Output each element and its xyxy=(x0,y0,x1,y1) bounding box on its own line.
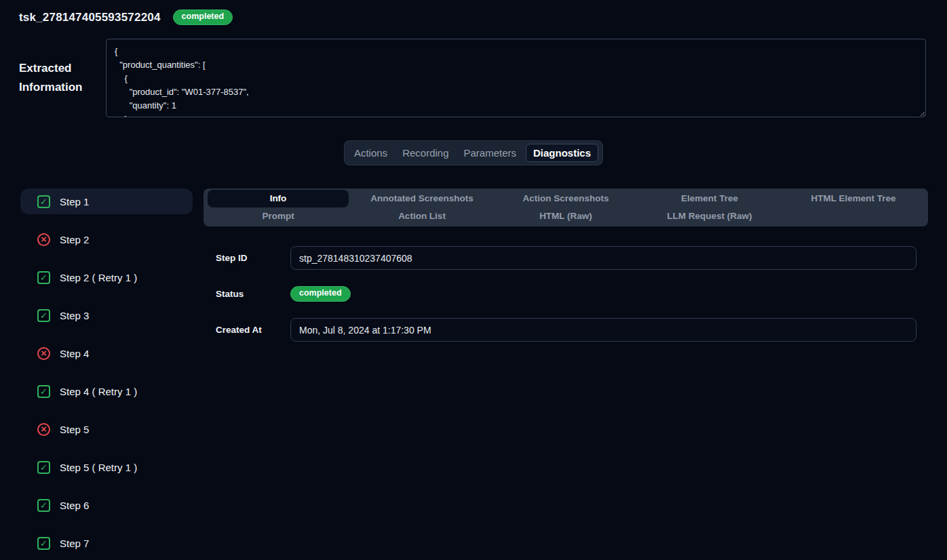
header: tsk_278147405593572204 completed xyxy=(0,0,947,26)
step-label: Step 7 xyxy=(60,538,89,549)
step-6[interactable]: Step 6 xyxy=(20,492,193,518)
step-2[interactable]: Step 2 xyxy=(20,226,193,252)
step-label: Step 1 xyxy=(60,196,89,207)
check-icon xyxy=(37,309,50,322)
step-label: Step 4 xyxy=(60,348,89,359)
check-icon xyxy=(37,499,50,512)
subtab-html-raw[interactable]: HTML (Raw) xyxy=(495,207,636,225)
subtab-info[interactable]: Info xyxy=(208,190,349,207)
tab-parameters[interactable]: Parameters xyxy=(459,144,522,162)
extracted-information-section: Extracted Information { "product_quantit… xyxy=(0,39,947,117)
step-info-fields: Step ID Status completed Created At xyxy=(204,246,928,342)
step-5-retry-1[interactable]: Step 5 ( Retry 1 ) xyxy=(20,454,193,480)
subtab-html-element-tree[interactable]: HTML Element Tree xyxy=(783,190,924,207)
diagnostics-panel: Info Annotated Screenshots Action Screen… xyxy=(204,188,928,354)
step-label: Step 5 ( Retry 1 ) xyxy=(60,462,137,473)
check-icon xyxy=(37,195,50,208)
step-label: Step 3 xyxy=(60,310,89,321)
x-icon xyxy=(37,347,50,360)
tab-recording[interactable]: Recording xyxy=(397,144,454,162)
step-label: Step 2 ( Retry 1 ) xyxy=(60,272,137,283)
step-4[interactable]: Step 4 xyxy=(20,340,193,366)
step-3[interactable]: Step 3 xyxy=(20,302,193,328)
subtab-llm-request-raw[interactable]: LLM Request (Raw) xyxy=(639,207,780,225)
step-2-retry-1[interactable]: Step 2 ( Retry 1 ) xyxy=(20,264,193,290)
extracted-information-textarea[interactable]: { "product_quantities": [ { "product_id"… xyxy=(106,39,926,117)
step-label: Step 5 xyxy=(60,424,89,435)
subtab-annotated-screenshots[interactable]: Annotated Screenshots xyxy=(351,190,492,207)
tab-diagnostics[interactable]: Diagnostics xyxy=(526,144,598,162)
page-title: tsk_278147405593572204 xyxy=(19,11,161,24)
x-icon xyxy=(37,423,50,436)
main-tab-bar: Actions Recording Parameters Diagnostics xyxy=(344,140,603,165)
created-at-label: Created At xyxy=(216,325,290,335)
step-1[interactable]: Step 1 xyxy=(20,188,193,214)
step-status-badge: completed xyxy=(290,286,351,302)
task-status-badge: completed xyxy=(173,9,233,25)
step-label: Step 6 xyxy=(60,500,89,511)
main-area: Step 1 Step 2 Step 2 ( Retry 1 ) Step 3 … xyxy=(0,188,947,560)
step-id-input[interactable] xyxy=(290,246,916,270)
status-label: Status xyxy=(216,289,290,299)
step-4-retry-1[interactable]: Step 4 ( Retry 1 ) xyxy=(20,378,193,404)
tab-actions[interactable]: Actions xyxy=(349,144,393,162)
subtab-prompt[interactable]: Prompt xyxy=(208,207,349,225)
step-label: Step 2 xyxy=(60,234,89,245)
step-7[interactable]: Step 7 xyxy=(20,530,193,556)
subtab-action-screenshots[interactable]: Action Screenshots xyxy=(495,190,636,207)
field-created-at: Created At xyxy=(216,318,928,342)
field-step-id: Step ID xyxy=(216,246,928,270)
check-icon xyxy=(37,461,50,474)
subtab-action-list[interactable]: Action List xyxy=(351,207,492,225)
x-icon xyxy=(37,233,50,246)
field-status: Status completed xyxy=(216,282,928,306)
steps-sidebar: Step 1 Step 2 Step 2 ( Retry 1 ) Step 3 … xyxy=(20,188,193,560)
check-icon xyxy=(37,537,50,550)
check-icon xyxy=(37,271,50,284)
created-at-input[interactable] xyxy=(290,318,916,342)
subtab-element-tree[interactable]: Element Tree xyxy=(639,190,780,207)
check-icon xyxy=(37,385,50,398)
extracted-information-label: Extracted Information xyxy=(19,59,106,97)
step-id-label: Step ID xyxy=(216,253,290,263)
step-5[interactable]: Step 5 xyxy=(20,416,193,442)
diagnostics-subtab-bar: Info Annotated Screenshots Action Screen… xyxy=(204,188,928,226)
step-label: Step 4 ( Retry 1 ) xyxy=(60,386,137,397)
